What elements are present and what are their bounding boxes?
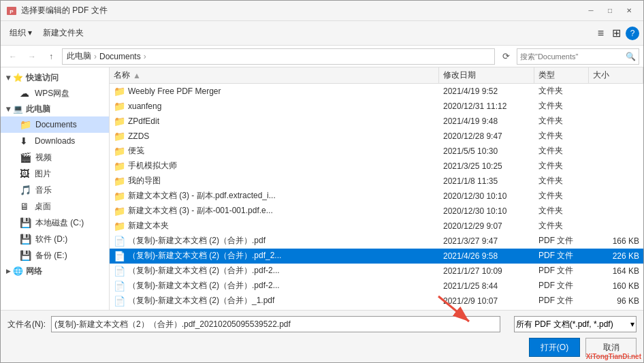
file-name: 新建文本夹 [128, 220, 169, 232]
file-type: PDF 文件 [534, 295, 589, 306]
thispc-icon: 💻 [13, 104, 23, 114]
table-row[interactable]: 📁 我的导图 2021/1/8 11:35 文件夹 [110, 174, 643, 189]
breadcrumb-documents: Documents [99, 52, 141, 61]
col-header-name[interactable]: 名称 ▲ [110, 67, 439, 83]
table-row[interactable]: 📁 新建文本文档 (3) - 副本-001-001.pdf.e... 2020/… [110, 204, 643, 219]
table-row[interactable]: 📁 新建文本文档 (3) - 副本.pdf.extracted_i... 202… [110, 189, 643, 204]
breadcrumb-root: 此电脑 [67, 50, 91, 62]
table-row[interactable]: 📄 （复制)-新建文本文档 (2)（合并）.pdf-2... 2021/1/25… [110, 279, 643, 294]
file-date: 2021/3/27 9:47 [439, 236, 534, 246]
table-row[interactable]: 📁 xuanfeng 2020/12/31 11:12 文件夹 [110, 99, 643, 114]
refresh-button[interactable]: ⟳ [498, 48, 514, 65]
videos-icon: 🎬 [20, 152, 31, 163]
folder-icon: 📁 [114, 146, 125, 157]
close-button[interactable]: ✕ [620, 4, 638, 18]
file-name-cell: 📁 我的导图 [110, 175, 439, 187]
table-row[interactable]: 📁 手机模拟大师 2021/3/25 10:25 文件夹 [110, 159, 643, 174]
file-date: 2021/4/19 9:52 [439, 86, 534, 96]
sidebar-network-header[interactable]: ▸ 🌐 网络 [1, 264, 109, 279]
organize-button[interactable]: 组织 ▾ [5, 25, 37, 42]
sidebar-quickaccess-header[interactable]: ▾ ⭐ 快速访问 [1, 70, 109, 85]
svg-text:P: P [10, 9, 14, 15]
buttons-row: 打开(O) 取消 [7, 338, 637, 357]
pictures-icon: 🖼 [20, 168, 31, 179]
watermark: XiTongTianDi.net [586, 353, 641, 360]
file-size: 166 KB [589, 236, 643, 246]
file-date: 2021/2/9 10:07 [439, 296, 534, 306]
title-bar-icon: P [6, 5, 17, 16]
local-c-icon: 💾 [20, 217, 31, 228]
table-row[interactable]: 📄 （复制)-新建文本文档 (2)（合并）.pdf 2021/3/27 9:47… [110, 234, 643, 249]
chevron-thispc-icon: ▾ [6, 104, 10, 114]
sidebar-thispc-label: 此电脑 [26, 104, 50, 115]
folder-icon: 📁 [114, 131, 125, 142]
sidebar-item-software-d[interactable]: 💾 软件 (D:) [1, 231, 109, 247]
col-header-date[interactable]: 修改日期 [439, 67, 534, 83]
up-button[interactable]: ↑ [43, 48, 59, 65]
sidebar-item-downloads[interactable]: ⬇ Downloads [1, 133, 109, 149]
back-button[interactable]: ← [5, 48, 21, 65]
help-button[interactable]: ? [626, 27, 639, 40]
view-details-button[interactable]: ⊞ [609, 25, 624, 42]
backup-e-icon: 💾 [20, 250, 31, 261]
file-name: ZPdfEdit [128, 116, 159, 126]
file-name: 新建文本文档 (3) - 副本.pdf.extracted_i... [128, 190, 276, 202]
file-name-cell: 📄 （复制)-新建文本文档 (2)（合并）.pdf [110, 235, 439, 247]
sidebar-thispc-header[interactable]: ▾ 💻 此电脑 [1, 101, 109, 116]
file-name-cell: 📄 （复制)-新建文本文档 (2)（合并）.pdf_2... [110, 250, 439, 262]
file-name-cell: 📄 （复制)-新建文本文档 (2)（合并）.pdf-2... [110, 265, 439, 277]
chevron-network-icon: ▸ [6, 266, 10, 276]
table-row[interactable]: 📁 便笺 2021/5/5 10:30 文件夹 [110, 144, 643, 159]
open-button[interactable]: 打开(O) [529, 338, 580, 357]
maximize-button[interactable]: □ [601, 4, 619, 18]
breadcrumb[interactable]: 此电脑 › Documents › [62, 48, 495, 65]
sidebar-item-pictures[interactable]: 🖼 图片 [1, 165, 109, 182]
pdf-icon: 📄 [114, 236, 125, 247]
sidebar-item-wps[interactable]: ☁ WPS网盘 [1, 85, 109, 101]
pdf-selected-icon: 📄 [114, 251, 125, 262]
dialog-window: P 选择要编辑的 PDF 文件 ─ □ ✕ 组织 ▾ 新建文件夹 ≡ ⊞ ? ←… [0, 0, 644, 363]
col-header-type[interactable]: 类型 [534, 67, 589, 83]
minimize-button[interactable]: ─ [582, 4, 600, 18]
desktop-icon: 🖥 [20, 201, 31, 212]
sidebar-item-videos[interactable]: 🎬 视频 [1, 149, 109, 165]
filename-label: 文件名(N): [7, 319, 46, 330]
sidebar-item-music[interactable]: 🎵 音乐 [1, 182, 109, 198]
sort-arrow: ▲ [133, 71, 141, 80]
sidebar-backup-e-label: 备份 (E:) [35, 250, 67, 262]
folder-icon: 📁 [114, 161, 125, 172]
address-bar: ← → ↑ 此电脑 › Documents › ⟳ 🔍 [1, 46, 643, 67]
sidebar-item-local-c[interactable]: 💾 本地磁盘 (C:) [1, 215, 109, 231]
file-list-container: 名称 ▲ 修改日期 类型 大小 [110, 67, 643, 310]
filetype-dropdown-icon: ▾ [630, 319, 634, 329]
chevron-icon: ▾ [6, 73, 10, 82]
folder-icon: 📁 [114, 221, 125, 232]
sidebar-network-label: 网络 [26, 266, 42, 277]
table-row-selected[interactable]: 📄 （复制)-新建文本文档 (2)（合并）.pdf_2... 2021/4/26… [110, 249, 643, 264]
table-row[interactable]: 📁 ZPdfEdit 2021/4/19 9:48 文件夹 [110, 114, 643, 129]
table-row[interactable]: 📄 （复制)-新建文本文档 (2)（合并）_1.pdf 2021/2/9 10:… [110, 294, 643, 309]
sidebar-documents-label: Documents [35, 120, 77, 129]
search-input[interactable] [520, 52, 626, 61]
file-list: 📁 Weebly Free PDF Merger 2021/4/19 9:52 … [110, 84, 643, 310]
table-row[interactable]: 📁 新建文本夹 2020/12/29 9:07 文件夹 [110, 219, 643, 234]
filename-input[interactable] [51, 316, 500, 332]
new-folder-button[interactable]: 新建文件夹 [38, 25, 88, 42]
file-name-cell: 📁 Weebly Free PDF Merger [110, 86, 439, 97]
col-header-size[interactable]: 大小 [589, 67, 643, 83]
table-row[interactable]: 📁 Weebly Free PDF Merger 2021/4/19 9:52 … [110, 84, 643, 99]
view-list-button[interactable]: ≡ [594, 25, 607, 42]
toolbar: 组织 ▾ 新建文件夹 ≡ ⊞ ? [1, 21, 643, 46]
sidebar-item-documents[interactable]: 📁 Documents [1, 116, 109, 133]
sidebar-downloads-label: Downloads [35, 136, 75, 146]
sidebar-item-desktop[interactable]: 🖥 桌面 [1, 198, 109, 215]
software-d-icon: 💾 [20, 234, 31, 244]
file-date: 2021/1/27 10:09 [439, 266, 534, 276]
sidebar-quickaccess-icon: ⭐ [13, 73, 23, 82]
forward-button[interactable]: → [24, 48, 40, 65]
network-icon: 🌐 [13, 266, 23, 276]
sidebar-item-backup-e[interactable]: 💾 备份 (E:) [1, 247, 109, 264]
filetype-select[interactable]: 所有 PDF 文档(*.pdf, *.pdf) ▾ [514, 316, 637, 332]
table-row[interactable]: 📄 （复制)-新建文本文档 (2)（合并）.pdf-2... 2021/1/27… [110, 264, 643, 279]
table-row[interactable]: 📁 ZZDS 2020/12/28 9:47 文件夹 [110, 129, 643, 144]
